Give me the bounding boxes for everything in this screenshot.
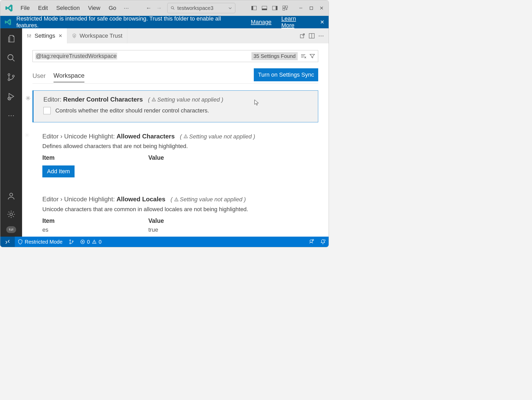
filter-icon[interactable] bbox=[309, 53, 315, 59]
window-close-icon[interactable] bbox=[317, 3, 327, 13]
svg-point-44 bbox=[27, 97, 29, 99]
setting-gear-icon[interactable] bbox=[24, 132, 30, 138]
status-notifications-icon[interactable] bbox=[317, 239, 329, 245]
svg-point-46 bbox=[154, 100, 154, 101]
banner-close-icon[interactable]: ✕ bbox=[320, 19, 324, 25]
menu-view[interactable]: View bbox=[84, 3, 104, 13]
layout-panel-icon[interactable] bbox=[260, 3, 269, 13]
setting-description: Defines allowed characters that are not … bbox=[42, 143, 312, 150]
svg-point-34 bbox=[30, 35, 31, 36]
status-source-control[interactable] bbox=[66, 237, 77, 247]
layout-sidebar-left-icon[interactable] bbox=[249, 3, 259, 13]
svg-point-52 bbox=[70, 240, 71, 241]
setting-category: Editor › Unicode Highlight: bbox=[42, 133, 115, 140]
run-debug-icon[interactable] bbox=[5, 90, 17, 103]
command-center-text: testworkspace3 bbox=[177, 5, 214, 11]
tab-more-icon[interactable]: ⋯ bbox=[318, 32, 324, 39]
svg-point-49 bbox=[185, 137, 186, 138]
svg-point-26 bbox=[9, 229, 10, 230]
banner-learn-more-link[interactable]: Learn More bbox=[281, 15, 310, 29]
tab-label: Settings bbox=[35, 32, 55, 39]
not-applied-label: Setting value not applied bbox=[189, 133, 252, 140]
explorer-icon[interactable] bbox=[5, 32, 17, 45]
svg-point-53 bbox=[70, 243, 71, 244]
remote-indicator-icon[interactable] bbox=[0, 237, 15, 247]
status-bar: Restricted Mode 0 0 bbox=[0, 237, 329, 247]
row-value: true bbox=[148, 226, 158, 233]
svg-point-15 bbox=[8, 55, 13, 60]
svg-rect-3 bbox=[252, 6, 253, 10]
svg-point-27 bbox=[11, 230, 12, 231]
activity-bar: ⋯ bbox=[0, 28, 22, 237]
svg-rect-35 bbox=[74, 36, 75, 37]
clear-search-icon[interactable] bbox=[300, 53, 307, 59]
scope-user-tab[interactable]: User bbox=[32, 70, 46, 82]
close-tab-icon[interactable]: ✕ bbox=[58, 33, 62, 39]
split-editor-icon[interactable] bbox=[309, 33, 315, 38]
setting-gear-icon[interactable] bbox=[25, 95, 31, 101]
status-problems[interactable]: 0 0 bbox=[77, 237, 105, 247]
svg-point-18 bbox=[8, 79, 10, 81]
tab-settings[interactable]: Settings ✕ bbox=[22, 28, 67, 43]
not-applied-label: Setting value not applied bbox=[157, 96, 220, 103]
table-row[interactable]: es true bbox=[42, 226, 312, 233]
svg-point-59 bbox=[94, 243, 95, 243]
nav-forward-icon: → bbox=[155, 5, 163, 11]
svg-point-32 bbox=[27, 35, 28, 36]
gear-icon[interactable] bbox=[5, 208, 17, 221]
restricted-mode-banner: Restricted Mode is intended for safe cod… bbox=[0, 16, 329, 28]
svg-point-54 bbox=[72, 241, 73, 242]
svg-point-0 bbox=[171, 6, 174, 9]
tab-workspace-trust[interactable]: Workspace Trust bbox=[67, 28, 128, 43]
setting-allowed-characters[interactable]: Editor › Unicode Highlight: Allowed Char… bbox=[32, 128, 318, 185]
setting-description: Unicode characters that are common in al… bbox=[42, 206, 312, 213]
source-control-icon[interactable] bbox=[5, 71, 17, 83]
open-in-new-icon[interactable] bbox=[300, 33, 305, 39]
svg-point-28 bbox=[12, 229, 13, 230]
svg-rect-8 bbox=[283, 6, 285, 8]
svg-point-62 bbox=[324, 239, 325, 241]
settings-sync-button[interactable]: Turn on Settings Sync bbox=[254, 68, 318, 81]
settings-search-input[interactable]: @tag:requireTrustedWorkspace 35 Settings… bbox=[32, 50, 318, 62]
svg-line-16 bbox=[12, 59, 15, 61]
customize-layout-icon[interactable] bbox=[280, 3, 290, 13]
settings-toggle-icon[interactable] bbox=[6, 226, 16, 233]
command-center[interactable]: testworkspace3 bbox=[167, 3, 235, 13]
more-views-icon[interactable]: ⋯ bbox=[5, 109, 17, 122]
window-maximize-icon[interactable] bbox=[306, 3, 316, 13]
column-value: Value bbox=[148, 154, 164, 161]
status-feedback-icon[interactable] bbox=[305, 239, 317, 244]
layout-sidebar-right-icon[interactable] bbox=[270, 3, 280, 13]
search-input-value: @tag:requireTrustedWorkspace bbox=[35, 53, 117, 59]
tab-label: Workspace Trust bbox=[80, 32, 123, 39]
account-icon[interactable] bbox=[5, 190, 17, 202]
banner-message: Restricted Mode is intended for safe cod… bbox=[16, 15, 242, 29]
setting-category: Editor › Unicode Highlight: bbox=[42, 196, 115, 203]
settings-scope-tabs: User Workspace Turn on Settings Sync bbox=[32, 68, 318, 84]
svg-point-22 bbox=[10, 213, 12, 216]
status-restricted-mode[interactable]: Restricted Mode bbox=[15, 237, 66, 247]
menu-selection[interactable]: Selection bbox=[52, 3, 83, 13]
add-item-button[interactable]: Add Item bbox=[42, 165, 75, 177]
editor-tab-bar: Settings ✕ Workspace Trust ⋯ bbox=[22, 28, 329, 43]
search-icon[interactable] bbox=[5, 52, 17, 64]
nav-back-icon[interactable]: ← bbox=[145, 5, 153, 11]
svg-rect-9 bbox=[285, 6, 288, 8]
setting-allowed-locales[interactable]: Editor › Unicode Highlight: Allowed Loca… bbox=[32, 190, 318, 237]
setting-name: Render Control Characters bbox=[63, 96, 143, 103]
svg-rect-12 bbox=[310, 7, 313, 10]
setting-render-control-characters[interactable]: Editor: Render Control Characters ( Sett… bbox=[32, 90, 318, 122]
window-minimize-icon[interactable] bbox=[296, 3, 306, 13]
menu-more-icon[interactable]: ⋯ bbox=[121, 3, 131, 13]
svg-line-1 bbox=[173, 9, 174, 10]
scope-workspace-tab[interactable]: Workspace bbox=[54, 69, 85, 82]
menu-go[interactable]: Go bbox=[105, 3, 120, 13]
settings-search-field[interactable] bbox=[120, 53, 249, 59]
svg-point-51 bbox=[176, 200, 177, 201]
menu-file[interactable]: File bbox=[17, 3, 33, 13]
svg-point-21 bbox=[10, 193, 12, 196]
banner-manage-link[interactable]: Manage bbox=[251, 19, 272, 25]
menu-edit[interactable]: Edit bbox=[34, 3, 51, 13]
setting-checkbox[interactable] bbox=[43, 107, 51, 114]
shield-icon bbox=[4, 18, 12, 26]
